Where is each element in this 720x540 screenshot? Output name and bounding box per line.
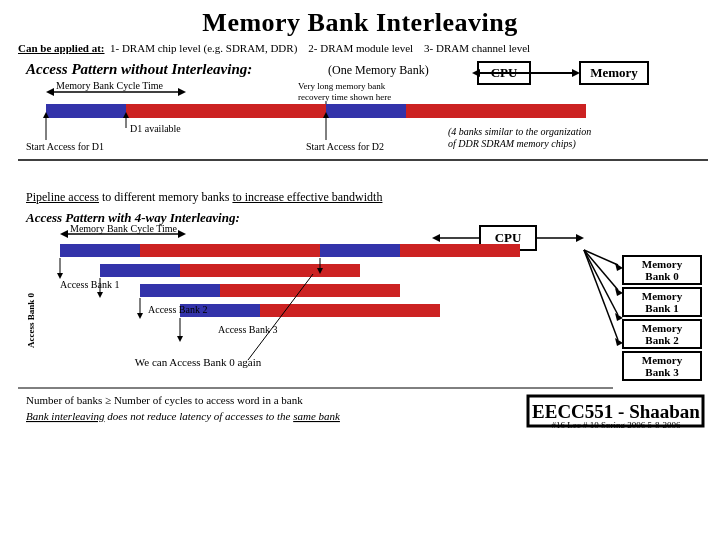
svg-text:Bank 2: Bank 2 xyxy=(645,334,679,346)
svg-text:recovery time shown here: recovery time shown here xyxy=(298,92,391,102)
svg-text:EECC551 - Shaaban: EECC551 - Shaaban xyxy=(532,401,700,422)
svg-marker-35 xyxy=(60,230,68,238)
applied-item-1: 1- DRAM chip level (e.g. SDRAM, DDR) xyxy=(110,42,297,54)
svg-rect-53 xyxy=(260,304,440,317)
svg-rect-55 xyxy=(400,244,520,257)
applied-item-2: 2- DRAM module level xyxy=(308,42,413,54)
svg-marker-72 xyxy=(615,263,623,271)
pipeline-text: Pipeline access xyxy=(26,190,99,204)
applied-line: Can be applied at: 1- DRAM chip level (e… xyxy=(18,42,702,54)
svg-text:Memory: Memory xyxy=(642,322,683,334)
svg-marker-60 xyxy=(97,292,103,298)
top-timing-diagram: Access Pattern without Interleaving: (On… xyxy=(18,60,708,190)
svg-text:Memory: Memory xyxy=(642,290,683,302)
svg-rect-46 xyxy=(60,244,140,257)
svg-marker-12 xyxy=(178,88,186,96)
svg-rect-21 xyxy=(406,104,586,118)
svg-text:of DDR SDRAM memory chips): of DDR SDRAM memory chips) xyxy=(448,138,576,150)
svg-rect-54 xyxy=(320,244,400,257)
svg-text:Memory Bank Cycle Time: Memory Bank Cycle Time xyxy=(56,80,164,91)
svg-marker-44 xyxy=(432,234,440,242)
svg-text:Access Bank 2: Access Bank 2 xyxy=(148,304,207,315)
svg-rect-50 xyxy=(140,284,220,297)
svg-marker-76 xyxy=(615,313,623,321)
svg-line-75 xyxy=(584,250,618,315)
page-title: Memory Bank Interleaving xyxy=(18,8,702,38)
svg-marker-74 xyxy=(615,288,623,296)
svg-marker-7 xyxy=(472,69,480,77)
svg-text:(One Memory Bank): (One Memory Bank) xyxy=(328,63,429,77)
pipeline-rest: to different memory banks xyxy=(102,190,232,204)
bottom-timing-diagram: Access Pattern with 4-way Interleaving: … xyxy=(18,208,708,428)
svg-text:Start Access for D1: Start Access for D1 xyxy=(26,141,104,152)
svg-text:Memory: Memory xyxy=(642,354,683,366)
svg-text:Access Bank 1: Access Bank 1 xyxy=(60,279,119,290)
svg-text:Memory: Memory xyxy=(642,258,683,270)
pipeline-line: Pipeline access to different memory bank… xyxy=(26,190,702,205)
svg-text:Bank 1: Bank 1 xyxy=(645,302,678,314)
svg-text:D1 available: D1 available xyxy=(130,123,181,134)
svg-marker-37 xyxy=(178,230,186,238)
pipeline-underline: Pipeline access xyxy=(26,190,99,204)
can-be-applied-label: Can be applied at: xyxy=(18,42,105,54)
svg-text:Access Bank 0: Access Bank 0 xyxy=(26,292,36,348)
svg-rect-48 xyxy=(100,264,180,277)
svg-text:Bank 0: Bank 0 xyxy=(645,270,679,282)
svg-marker-5 xyxy=(572,69,580,77)
page: Memory Bank Interleaving Can be applied … xyxy=(0,0,720,540)
svg-rect-18 xyxy=(46,104,126,118)
svg-text:Number of banks  ≥  Number of : Number of banks ≥ Number of cycles to ac… xyxy=(26,394,303,406)
svg-rect-19 xyxy=(126,104,326,118)
svg-text:We can Access Bank 0 again: We can Access Bank 0 again xyxy=(135,356,262,368)
pipeline-text2: to increase effective bandwidth xyxy=(232,190,382,204)
svg-marker-10 xyxy=(46,88,54,96)
svg-text:Start Access for D2: Start Access for D2 xyxy=(306,141,384,152)
pipeline-underline2: to increase effective bandwidth xyxy=(232,190,382,204)
svg-text:(4 banks similar to the organi: (4 banks similar to the organization xyxy=(448,126,591,138)
svg-rect-51 xyxy=(220,284,400,297)
applied-item-3: 3- DRAM channel level xyxy=(424,42,530,54)
svg-marker-63 xyxy=(137,313,143,319)
svg-text:Very long memory bank: Very long memory bank xyxy=(298,81,386,91)
svg-text:#16  Lec # 10  Spring 2006  5-: #16 Lec # 10 Spring 2006 5-8-2006 xyxy=(552,420,681,428)
svg-text:Access Pattern without Interle: Access Pattern without Interleaving: xyxy=(25,61,252,77)
svg-text:Memory: Memory xyxy=(590,65,638,80)
svg-text:Bank interleaving
       does : Bank interleaving does not reduce latenc… xyxy=(26,410,341,422)
svg-text:Bank 3: Bank 3 xyxy=(645,366,679,378)
svg-rect-20 xyxy=(326,104,406,118)
svg-marker-78 xyxy=(615,338,623,346)
svg-text:Memory Bank Cycle Time: Memory Bank Cycle Time xyxy=(70,223,178,234)
svg-marker-42 xyxy=(576,234,584,242)
svg-text:CPU: CPU xyxy=(495,230,522,245)
svg-marker-66 xyxy=(177,336,183,342)
svg-rect-47 xyxy=(140,244,320,257)
svg-rect-49 xyxy=(180,264,360,277)
